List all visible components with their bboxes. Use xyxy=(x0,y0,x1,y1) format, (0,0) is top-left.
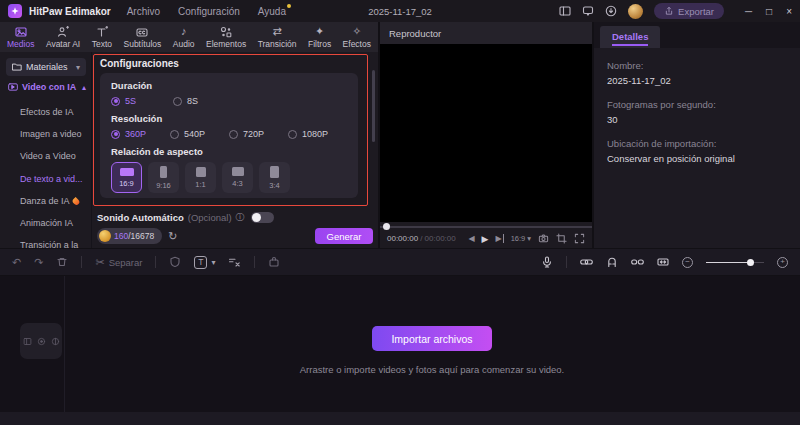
tab-avatar-ai[interactable]: Avatar AI xyxy=(46,26,80,49)
sidebar-item-video-a-video[interactable]: Video a Video xyxy=(20,151,92,161)
prev-frame-button[interactable]: ◀ xyxy=(468,234,474,243)
marker-button[interactable] xyxy=(169,256,181,268)
sidebar-item-animacion-ia[interactable]: Animación IA xyxy=(20,218,92,228)
media-icon xyxy=(15,26,27,38)
magnet-button[interactable] xyxy=(606,256,618,268)
track-controls xyxy=(20,323,62,359)
tab-medios[interactable]: Medios xyxy=(7,26,34,49)
detail-label-nombre: Nombre: xyxy=(607,60,787,71)
radio-5s[interactable]: 5S xyxy=(111,96,173,106)
minimize-button[interactable]: ─ xyxy=(745,6,752,17)
aspect-3-4[interactable]: 3:4 xyxy=(259,162,290,193)
menu-ayuda[interactable]: Ayuda xyxy=(258,6,286,17)
link-button[interactable] xyxy=(580,256,593,268)
tab-texto[interactable]: Texto xyxy=(92,26,112,49)
sidebar-item-transicion-a-la[interactable]: Transición a la xyxy=(20,240,92,248)
delete-text-button[interactable] xyxy=(228,256,241,268)
credits-total: /16678 xyxy=(128,231,154,241)
folder-icon xyxy=(12,62,22,72)
seek-handle[interactable] xyxy=(383,223,390,230)
tab-elementos[interactable]: Elementos xyxy=(206,26,246,49)
chevron-down-icon: ▾ xyxy=(76,63,80,72)
credits-badge: 160/16678 xyxy=(97,228,162,244)
sidebar-item-imagen-a-video[interactable]: Imagen a video xyxy=(20,129,92,139)
import-files-button[interactable]: Importar archivos xyxy=(372,326,492,351)
next-frame-button[interactable]: ▶ xyxy=(495,234,503,243)
link-icon xyxy=(580,256,593,268)
record-icon[interactable] xyxy=(37,337,46,346)
player-panel: Reproductor 00:00:00/ 00:00:00 ◀ ▶ ▶ 16:… xyxy=(380,22,592,248)
redo-button[interactable]: ↷ xyxy=(34,256,43,269)
zoom-slider-handle[interactable] xyxy=(747,259,754,266)
export-clip-button[interactable] xyxy=(268,256,280,268)
generate-button[interactable]: Generar xyxy=(315,228,373,244)
avatar-icon xyxy=(57,26,69,38)
fullscreen-button[interactable] xyxy=(574,233,585,244)
snapshot-button[interactable] xyxy=(538,233,549,244)
close-button[interactable]: × xyxy=(786,6,792,17)
sidebar-group-video-con-ia[interactable]: Video con IA ▴ xyxy=(8,82,86,92)
detail-label-fps: Fotogramas por segundo: xyxy=(607,99,787,110)
aspect-4-3[interactable]: 4:3 xyxy=(222,162,253,193)
import-hint: Arrastre o importe videos y fotos aquí p… xyxy=(64,364,800,375)
tab-filtros[interactable]: ✦ Filtros xyxy=(308,26,331,49)
radio-720p[interactable]: 720P xyxy=(229,129,288,139)
auto-sound-toggle[interactable] xyxy=(251,212,274,223)
zoom-in-button[interactable]: + xyxy=(777,257,788,268)
layout-icon[interactable] xyxy=(559,5,571,17)
time-total: / 00:00:00 xyxy=(420,234,456,243)
settings-scrollbar[interactable] xyxy=(372,70,375,142)
radio-540p[interactable]: 540P xyxy=(170,129,229,139)
fit-timeline-button[interactable] xyxy=(657,256,669,268)
radio-1080p[interactable]: 1080P xyxy=(288,129,347,139)
track-height-icon[interactable] xyxy=(51,337,60,346)
horizontal-scrollbar[interactable] xyxy=(0,412,800,425)
materials-dropdown[interactable]: Materiales ▾ xyxy=(6,58,86,76)
split-button[interactable]: ✂Separar xyxy=(95,256,142,269)
chevron-up-icon: ▴ xyxy=(82,83,86,92)
export-button[interactable]: Exportar xyxy=(654,3,724,19)
scissors-icon: ✂ xyxy=(95,256,104,269)
aspect-16-9[interactable]: 16:9 xyxy=(111,162,142,193)
zoom-slider[interactable] xyxy=(706,258,764,266)
download-icon[interactable] xyxy=(605,5,617,17)
marker-icon xyxy=(169,256,181,268)
text-tool-button[interactable]: T▾ xyxy=(194,256,215,269)
settings-title: Configuraciones xyxy=(100,58,179,69)
menu-archivo[interactable]: Archivo xyxy=(127,6,160,17)
play-button[interactable]: ▶ xyxy=(482,234,489,244)
timeline-area: Importar archivos Arrastre o importe vid… xyxy=(0,276,800,425)
aspect-1-1[interactable]: 1:1 xyxy=(185,162,216,193)
left-panel: Medios Avatar AI Texto Subtítulos ♪ Audi… xyxy=(0,22,378,248)
thumbnail-view-icon[interactable] xyxy=(23,337,32,346)
chevron-down-icon: ▾ xyxy=(211,258,215,267)
tab-audio[interactable]: ♪ Audio xyxy=(173,26,195,49)
sidebar-item-efectos-de-ia[interactable]: Efectos de IA xyxy=(20,107,92,117)
unlink-button[interactable] xyxy=(631,256,644,268)
sidebar-item-danza-de-ia[interactable]: Danza de IA xyxy=(20,196,92,206)
refresh-icon[interactable]: ↻ xyxy=(168,230,177,243)
fit-width-icon xyxy=(657,256,669,268)
zoom-out-button[interactable]: − xyxy=(682,257,693,268)
tab-efectos[interactable]: ✧ Efectos xyxy=(343,26,371,49)
undo-button[interactable]: ↶ xyxy=(12,256,21,269)
radio-360p[interactable]: 360P xyxy=(111,129,170,139)
ratio-dropdown[interactable]: 16:9▾ xyxy=(511,234,531,243)
user-avatar[interactable] xyxy=(628,4,643,19)
tab-detalles[interactable]: Detalles xyxy=(600,26,660,48)
delete-button[interactable] xyxy=(56,256,68,268)
tab-transicion[interactable]: ⇄ Transición xyxy=(258,26,297,49)
magnet-icon xyxy=(606,256,618,268)
seek-bar[interactable] xyxy=(380,222,592,231)
sidebar-item-de-texto-a-video[interactable]: De texto a vid... xyxy=(20,174,92,184)
info-icon[interactable]: ⓘ xyxy=(236,211,245,224)
trash-icon xyxy=(56,256,68,268)
crop-button[interactable] xyxy=(556,233,567,244)
aspect-9-16[interactable]: 9:16 xyxy=(148,162,179,193)
tab-subtitulos[interactable]: Subtítulos xyxy=(123,26,161,49)
feedback-icon[interactable] xyxy=(582,5,594,17)
menu-configuracion[interactable]: Configuración xyxy=(178,6,240,17)
maximize-button[interactable]: □ xyxy=(766,6,772,17)
mic-button[interactable] xyxy=(541,256,553,268)
radio-8s[interactable]: 8S xyxy=(173,96,235,106)
